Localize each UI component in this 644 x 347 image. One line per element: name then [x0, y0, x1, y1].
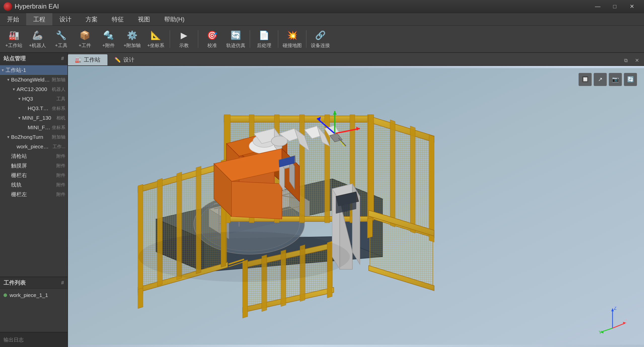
workpiece-list: work_piece_1_1	[0, 289, 67, 332]
close-button[interactable]: ✕	[623, 0, 640, 13]
view-btn-3[interactable]: 🔄	[624, 73, 637, 86]
tree-item-mini-f-130[interactable]: ▼MINI_F_130相机	[0, 113, 67, 123]
minimize-button[interactable]: —	[589, 0, 606, 13]
toolbar-separator-7	[198, 30, 198, 48]
toolbar-btn-5[interactable]: ⚙️+附加轴	[121, 27, 143, 51]
toolbar-btn-3[interactable]: 📦+工件	[73, 27, 96, 51]
tree-item-bozhong-weld-rail[interactable]: ▼BoZhongWeldRail附加轴	[0, 75, 67, 84]
toolbar-label-2: +工具	[55, 42, 67, 49]
tree-item-bozhong-turn[interactable]: ▼BoZhongTurn附加轴	[0, 132, 67, 142]
app-icon	[4, 2, 12, 11]
menu-item-方案[interactable]: 方案	[79, 13, 105, 25]
tree-name-bozhong-weld-rail: BoZhongWeldRail	[11, 77, 50, 83]
toolbar-label-5: +附加轴	[124, 42, 141, 49]
svg-marker-37	[410, 126, 415, 233]
tree-item-work-piece-1-1[interactable]: work_piece_1_1工作...	[0, 142, 67, 151]
toolbar-icon-4: 🔩	[102, 29, 115, 41]
toolbar-btn-9[interactable]: 🔄轨迹仿真	[224, 27, 247, 51]
viewport[interactable]: Z X Y 🔲↗📷🔄	[68, 66, 644, 347]
tree-item-plan-you[interactable]: 栅栏右附件	[0, 170, 67, 180]
tab-0[interactable]: 🏭工作站	[68, 54, 107, 65]
tree-item-chumofang[interactable]: 触摸屏附件	[0, 161, 67, 170]
tree-tag-arc12-2000: 机器人	[52, 86, 65, 92]
tree-item-hq3-tcp[interactable]: HQ3.TCP坐标系	[0, 104, 67, 113]
tree-name-plan-zuo: 栅栏左	[11, 191, 55, 198]
tree-name-xian-gui: 线轨	[11, 181, 55, 188]
main-area: 站点管理 # ▼工作站-1▼BoZhongWeldRail附加轴▼ARC12-2…	[0, 53, 644, 347]
tree-name-qingjian-zhan: 清枪站	[11, 153, 55, 160]
tree-arrow-qingjian-zhan	[6, 153, 11, 159]
tree-item-workstation-1[interactable]: ▼工作站-1	[0, 65, 67, 75]
scene-tree-title: 站点管理	[4, 55, 26, 62]
tree-item-xian-gui[interactable]: 线轨附件	[0, 180, 67, 190]
tree-name-work-piece-1-1: work_piece_1_1	[17, 144, 51, 150]
menu-item-设计[interactable]: 设计	[52, 13, 79, 25]
toolbar-btn-1[interactable]: 🦾+机器人	[26, 27, 49, 51]
tab-float-button[interactable]: ⧉	[621, 55, 631, 65]
view-btn-1[interactable]: ↗	[594, 73, 607, 86]
tree-arrow-plan-you	[6, 172, 11, 178]
tree-name-hq3: HQ3	[22, 96, 55, 102]
menu-item-视图[interactable]: 视图	[131, 13, 157, 25]
svg-marker-105	[611, 308, 614, 311]
svg-marker-36	[390, 120, 395, 227]
scene-tree-pin[interactable]: #	[61, 56, 64, 61]
toolbar-icon-12: 🔗	[314, 29, 326, 41]
toolbar-btn-0[interactable]: 🏭+工作站	[3, 27, 25, 51]
toolbar-icon-8: 🎯	[206, 29, 218, 41]
tree-tag-bozhong-turn: 附加轴	[52, 134, 65, 140]
scene-tree: ▼工作站-1▼BoZhongWeldRail附加轴▼ARC12-2000机器人▼…	[0, 64, 67, 277]
tab-1[interactable]: ✏️设计	[107, 54, 141, 65]
left-panel: 站点管理 # ▼工作站-1▼BoZhongWeldRail附加轴▼ARC12-2…	[0, 53, 68, 347]
toolbar-btn-11[interactable]: 💥碰撞地图	[281, 27, 304, 51]
tree-name-workstation-1: 工作站-1	[6, 67, 64, 74]
toolbar-btn-6[interactable]: 📐+坐标系	[144, 27, 167, 51]
svg-marker-35	[369, 115, 374, 220]
workpiece-list-pin[interactable]: #	[61, 280, 64, 286]
tree-item-plan-zuo[interactable]: 栅栏左附件	[0, 190, 67, 199]
tree-item-qingjian-zhan[interactable]: 清枪站附件	[0, 151, 67, 161]
tree-item-mini-f-13x[interactable]: MINI_F_13...坐标系	[0, 123, 67, 132]
toolbar-btn-2[interactable]: 🔧+工具	[50, 27, 72, 51]
toolbar-icon-1: 🦾	[31, 29, 44, 41]
tab-close-button[interactable]: ✕	[632, 55, 642, 65]
maximize-button[interactable]: □	[606, 0, 623, 13]
menu-item-帮助(H)[interactable]: 帮助(H)	[157, 13, 192, 25]
toolbar-btn-4[interactable]: 🔩+附件	[97, 27, 120, 51]
menu-item-工程[interactable]: 工程	[26, 13, 52, 25]
tree-name-chumofang: 触摸屏	[11, 162, 55, 169]
tab-label-1: 设计	[123, 56, 134, 64]
view-btn-0[interactable]: 🔲	[579, 73, 592, 86]
view-controls: 🔲↗📷🔄	[579, 73, 637, 86]
svg-marker-101	[367, 218, 372, 238]
toolbar-label-3: +工件	[79, 42, 91, 49]
tree-name-arc12-2000: ARC12-2000	[17, 86, 50, 92]
view-btn-2[interactable]: 📷	[609, 73, 622, 86]
toolbar-btn-12[interactable]: 🔗设备连接	[309, 27, 332, 51]
menu-item-开始[interactable]: 开始	[0, 13, 26, 25]
tab-label-0: 工作站	[84, 56, 100, 64]
app-title: Hyperbrain EAI	[15, 3, 589, 10]
axis-indicator: Z X Y	[599, 307, 624, 332]
toolbar-icon-7: ▶	[178, 29, 190, 41]
svg-marker-87	[232, 181, 282, 219]
toolbar-icon-3: 📦	[79, 29, 91, 41]
tree-name-hq3-tcp: HQ3.TCP	[28, 105, 50, 111]
tree-tag-xian-gui: 附件	[56, 182, 65, 188]
toolbar-icon-10: 📄	[258, 29, 270, 41]
toolbar-label-12: 设备连接	[311, 42, 330, 49]
toolbar-btn-7[interactable]: ▶示教	[173, 27, 195, 51]
toolbar-icon-2: 🔧	[55, 29, 67, 41]
menu-item-特征[interactable]: 特征	[105, 13, 131, 25]
toolbar-btn-8[interactable]: 🎯校准	[201, 27, 223, 51]
tree-arrow-bozhong-turn: ▼	[6, 134, 11, 140]
toolbar-icon-5: ⚙️	[126, 29, 138, 41]
scene-svg	[68, 66, 644, 347]
workpiece-item-0[interactable]: work_piece_1_1	[0, 290, 67, 300]
tree-item-arc12-2000[interactable]: ▼ARC12-2000机器人	[0, 84, 67, 94]
tree-tag-hq3-tcp: 坐标系	[52, 105, 65, 111]
workpiece-panel: 工件列表 # work_piece_1_1	[0, 277, 67, 332]
toolbar-btn-10[interactable]: 📄后处理	[253, 27, 275, 51]
tree-item-hq3[interactable]: ▼HQ3工具	[0, 94, 67, 104]
tree-arrow-mini-f-130: ▼	[17, 115, 22, 121]
